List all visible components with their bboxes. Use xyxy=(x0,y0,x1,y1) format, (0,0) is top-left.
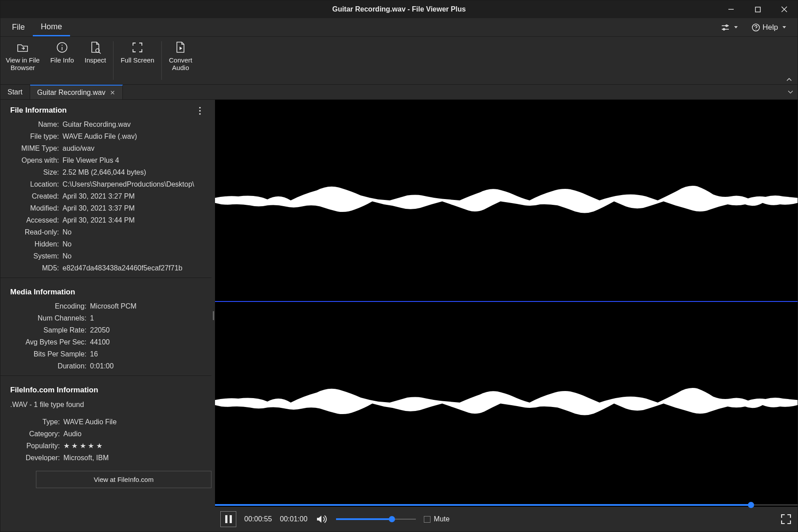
player-controls: 00:00:55 00:01:00 Mute xyxy=(215,507,798,532)
convert-audio-button[interactable]: Convert Audio xyxy=(164,37,198,84)
menu-home[interactable]: Home xyxy=(33,18,70,36)
document-search-icon xyxy=(90,41,101,54)
media-info-header: Media Information xyxy=(0,282,211,300)
tabs-overflow-button[interactable] xyxy=(788,85,793,99)
menu-file[interactable]: File xyxy=(4,18,33,36)
ribbon-separator xyxy=(113,41,113,80)
window-controls xyxy=(718,0,798,18)
current-time: 00:00:55 xyxy=(244,515,272,523)
folder-arrow-icon xyxy=(16,42,29,53)
info-icon xyxy=(56,42,68,53)
tab-start[interactable]: Start xyxy=(0,85,30,99)
help-label: Help xyxy=(763,23,778,32)
volume-slider[interactable] xyxy=(336,518,416,520)
waveform-top-icon xyxy=(215,100,798,301)
chevron-down-icon xyxy=(788,90,793,94)
file-info-button[interactable]: File Info xyxy=(45,37,79,84)
svg-line-14 xyxy=(99,52,101,54)
chevron-up-icon xyxy=(786,77,792,82)
pause-icon xyxy=(225,515,232,523)
svg-point-9 xyxy=(755,29,756,30)
maximize-icon xyxy=(755,7,761,12)
tab-current[interactable]: Guitar Recording.wav ✕ xyxy=(30,85,123,99)
sidebar: File Information ⋮ Name:Guitar Recording… xyxy=(0,100,211,532)
checkbox-icon xyxy=(424,516,430,523)
file-info-header: File Information ⋮ xyxy=(0,100,211,118)
content: File Information ⋮ Name:Guitar Recording… xyxy=(0,100,798,532)
titlebar: Guitar Recording.wav - File Viewer Plus xyxy=(0,0,798,18)
ribbon-separator xyxy=(161,41,162,80)
play-pause-button[interactable] xyxy=(220,511,236,527)
total-time: 00:01:00 xyxy=(280,515,307,523)
fullscreen-icon xyxy=(132,42,143,53)
ribbon-collapse-button[interactable] xyxy=(786,77,792,82)
app-window: Guitar Recording.wav - File Viewer Plus … xyxy=(0,0,798,532)
close-icon xyxy=(781,6,787,12)
minimize-icon xyxy=(728,6,734,12)
close-button[interactable] xyxy=(771,0,798,18)
maximize-button[interactable] xyxy=(744,0,771,18)
speaker-icon xyxy=(316,514,328,524)
help-button[interactable]: Help xyxy=(749,21,789,34)
expand-icon xyxy=(780,513,792,525)
fileinfo-header: FileInfo.com Information xyxy=(0,379,211,398)
help-icon xyxy=(752,23,760,31)
splitter[interactable] xyxy=(211,100,215,532)
svg-rect-1 xyxy=(755,7,760,12)
view-fileinfo-button[interactable]: View at FileInfo.com xyxy=(36,471,211,488)
volume-button[interactable] xyxy=(316,514,328,524)
ribbon: View in File Browser File Info Inspect F… xyxy=(0,37,798,85)
settings-button[interactable] xyxy=(718,22,740,33)
progress-bar[interactable] xyxy=(215,503,798,507)
fullscreen-button[interactable] xyxy=(780,513,792,525)
document-play-icon xyxy=(175,41,186,54)
panel-menu-button[interactable]: ⋮ xyxy=(196,109,204,112)
waveform-bottom-icon xyxy=(215,302,798,503)
tab-close-icon[interactable]: ✕ xyxy=(110,89,115,96)
menubar: File Home Help xyxy=(0,18,798,37)
waveform-channel-top xyxy=(215,100,798,301)
waveform-area[interactable] xyxy=(215,100,798,503)
full-screen-button[interactable]: Full Screen xyxy=(115,37,160,84)
sliders-icon xyxy=(721,24,730,31)
view-in-browser-button[interactable]: View in File Browser xyxy=(0,37,45,84)
viewer: 00:00:55 00:01:00 Mute xyxy=(215,100,798,532)
waveform-channel-bottom xyxy=(215,302,798,503)
window-title: Guitar Recording.wav - File Viewer Plus xyxy=(80,5,718,13)
inspect-button[interactable]: Inspect xyxy=(79,37,111,84)
mute-checkbox[interactable]: Mute xyxy=(424,515,450,523)
fileinfo-summary: .WAV - 1 file type found xyxy=(0,398,211,411)
minimize-button[interactable] xyxy=(718,0,744,18)
svg-point-11 xyxy=(62,45,63,46)
document-tabs: Start Guitar Recording.wav ✕ xyxy=(0,85,798,100)
